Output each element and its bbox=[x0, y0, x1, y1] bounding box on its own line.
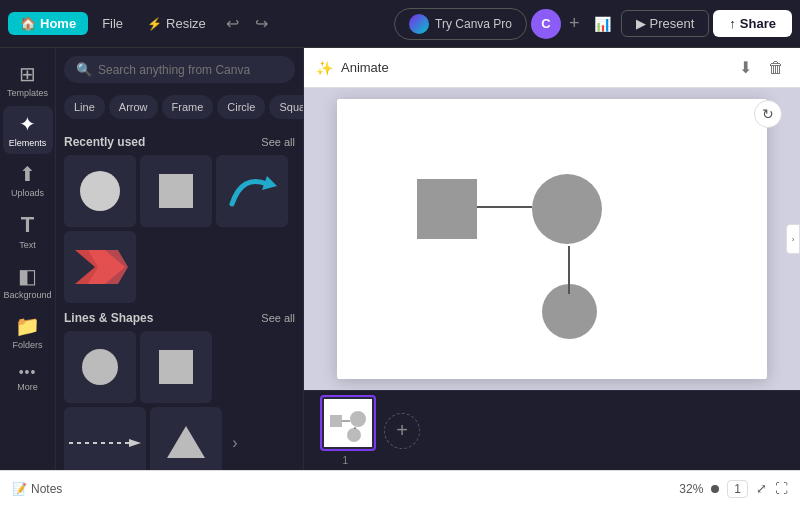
search-icon: 🔍 bbox=[76, 62, 92, 77]
analytics-button[interactable]: 📊 bbox=[588, 12, 617, 36]
animate-bar: ✨ Animate ⬇ 🗑 bbox=[304, 48, 800, 88]
canvas-diagram-circle-large[interactable] bbox=[532, 174, 602, 244]
statusbar: 📝 Notes 32% 1 ⤢ ⛶ bbox=[0, 470, 800, 506]
svg-marker-9 bbox=[167, 426, 205, 458]
sidebar-item-background[interactable]: ◧ Background bbox=[3, 258, 53, 306]
fullscreen-button[interactable]: ⛶ bbox=[775, 481, 788, 496]
uploads-icon: ⬆ bbox=[19, 162, 36, 186]
recently-used-section-header: Recently used See all bbox=[64, 127, 295, 155]
present-icon: ▶ bbox=[636, 16, 646, 31]
sidebar-item-more[interactable]: ••• More bbox=[3, 358, 53, 398]
topbar: 🏠 Home File ⚡ Resize ↩ ↪ Try Canva Pro C… bbox=[0, 0, 800, 48]
lines-shapes-grid: › bbox=[64, 331, 295, 470]
svg-marker-8 bbox=[129, 439, 141, 447]
sidebar-icon-strip: ⊞ Templates ✦ Elements ⬆ Uploads T Text … bbox=[0, 48, 56, 470]
page-1-thumb[interactable] bbox=[320, 395, 376, 451]
canvas-diagram-rect[interactable] bbox=[417, 179, 477, 239]
svg-rect-38 bbox=[330, 415, 342, 427]
canvas-viewport: ↻ › bbox=[304, 88, 800, 390]
sidebar-item-label: Elements bbox=[9, 138, 47, 148]
sidebar-item-folders[interactable]: 📁 Folders bbox=[3, 308, 53, 356]
download-action-button[interactable]: ⬇ bbox=[735, 54, 756, 81]
zoom-level: 32% bbox=[679, 482, 703, 496]
zoom-dot bbox=[711, 485, 719, 493]
canva-logo-icon bbox=[409, 14, 429, 34]
present-button[interactable]: ▶ Present bbox=[621, 10, 710, 37]
shape-circle-item[interactable] bbox=[64, 331, 136, 403]
background-icon: ◧ bbox=[18, 264, 37, 288]
recently-used-grid bbox=[64, 155, 295, 303]
sidebar-item-label: Background bbox=[3, 290, 51, 300]
svg-point-5 bbox=[82, 349, 118, 385]
animate-label: Animate bbox=[341, 60, 389, 75]
recent-chevron-item[interactable] bbox=[64, 231, 136, 303]
home-button[interactable]: 🏠 Home bbox=[8, 12, 88, 35]
canvas-page[interactable] bbox=[337, 99, 767, 379]
svg-point-40 bbox=[347, 428, 361, 442]
recent-curved-arrow-item[interactable] bbox=[216, 155, 288, 227]
canvas-diagram-line-vertical bbox=[568, 246, 570, 294]
shape-square-item[interactable] bbox=[140, 331, 212, 403]
page-1-number: 1 bbox=[342, 455, 348, 466]
shape-line-item[interactable] bbox=[64, 407, 146, 470]
redo-button[interactable]: ↪ bbox=[249, 10, 274, 37]
sidebar-item-label: Folders bbox=[12, 340, 42, 350]
home-icon: 🏠 bbox=[20, 16, 36, 31]
sidebar-item-label: Uploads bbox=[11, 188, 44, 198]
filmstrip: 1 + bbox=[304, 390, 800, 470]
text-icon: T bbox=[21, 212, 34, 238]
elements-panel: 🔍 Line Arrow Frame Circle Square › Recen… bbox=[56, 48, 304, 470]
notes-button[interactable]: 📝 Notes bbox=[12, 482, 62, 496]
notes-icon: 📝 bbox=[12, 482, 27, 496]
pill-square[interactable]: Square bbox=[269, 95, 303, 119]
sidebar-item-text[interactable]: T Text bbox=[3, 206, 53, 256]
sidebar-item-templates[interactable]: ⊞ Templates bbox=[3, 56, 53, 104]
trash-action-button[interactable]: 🗑 bbox=[764, 55, 788, 81]
svg-point-39 bbox=[350, 411, 366, 427]
recently-used-see-all[interactable]: See all bbox=[261, 136, 295, 148]
add-page-icon-button[interactable]: + bbox=[565, 13, 584, 34]
user-avatar[interactable]: C bbox=[531, 9, 561, 39]
canvas-right-collapse-button[interactable]: › bbox=[786, 224, 800, 254]
shape-triangle-item[interactable] bbox=[150, 407, 222, 470]
pill-frame[interactable]: Frame bbox=[162, 95, 214, 119]
file-button[interactable]: File bbox=[92, 12, 133, 35]
refresh-button[interactable]: ↻ bbox=[754, 100, 782, 128]
resize-button[interactable]: ⚡ Resize bbox=[137, 12, 216, 35]
notes-label: Notes bbox=[31, 482, 62, 496]
resize-icon: ⚡ bbox=[147, 17, 162, 31]
lines-shapes-section-header: Lines & Shapes See all bbox=[64, 303, 295, 331]
search-input[interactable] bbox=[98, 63, 283, 77]
page-indicator: 1 bbox=[727, 480, 748, 498]
sidebar-item-label: Text bbox=[19, 240, 36, 250]
sidebar-item-uploads[interactable]: ⬆ Uploads bbox=[3, 156, 53, 204]
pill-arrow[interactable]: Arrow bbox=[109, 95, 158, 119]
share-button[interactable]: ↑ Share bbox=[713, 10, 792, 37]
category-pills: Line Arrow Frame Circle Square › bbox=[56, 91, 303, 127]
recent-circle-item[interactable] bbox=[64, 155, 136, 227]
pill-circle[interactable]: Circle bbox=[217, 95, 265, 119]
canvas-area: ✨ Animate ⬇ 🗑 ↻ › bbox=[304, 48, 800, 470]
lines-shapes-title: Lines & Shapes bbox=[64, 311, 153, 325]
add-page-button[interactable]: + bbox=[384, 413, 420, 449]
canvas-diagram-line-horizontal bbox=[477, 206, 532, 208]
fit-button[interactable]: ⤢ bbox=[756, 481, 767, 496]
folders-icon: 📁 bbox=[15, 314, 40, 338]
panel-content: Recently used See all bbox=[56, 127, 303, 470]
undo-button[interactable]: ↩ bbox=[220, 10, 245, 37]
elements-icon: ✦ bbox=[19, 112, 36, 136]
sidebar-item-label: Templates bbox=[7, 88, 48, 98]
pill-line[interactable]: Line bbox=[64, 95, 105, 119]
share-icon: ↑ bbox=[729, 16, 736, 31]
try-canva-button[interactable]: Try Canva Pro bbox=[394, 8, 527, 40]
recently-used-title: Recently used bbox=[64, 135, 145, 149]
lines-shapes-see-all[interactable]: See all bbox=[261, 312, 295, 324]
recent-square-item[interactable] bbox=[140, 155, 212, 227]
svg-rect-1 bbox=[159, 174, 193, 208]
sidebar-item-elements[interactable]: ✦ Elements bbox=[3, 106, 53, 154]
shapes-scroll-right[interactable]: › bbox=[226, 407, 244, 470]
svg-marker-4 bbox=[88, 250, 128, 284]
animate-sparkle-icon: ✨ bbox=[316, 60, 333, 76]
search-box: 🔍 bbox=[64, 56, 295, 83]
templates-icon: ⊞ bbox=[19, 62, 36, 86]
